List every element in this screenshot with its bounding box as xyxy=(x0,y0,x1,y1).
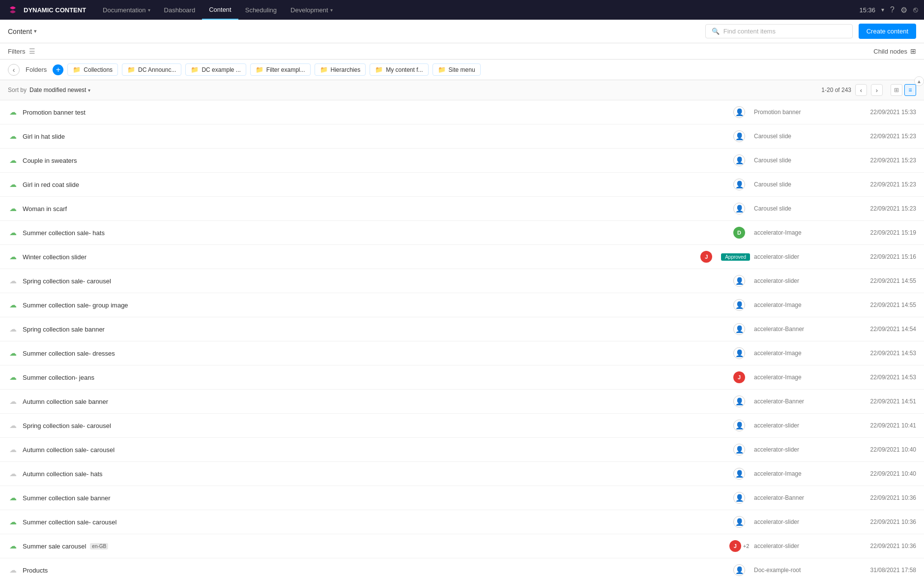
nav-development-chevron: ▾ xyxy=(330,7,333,13)
folders-prev-button[interactable]: ‹ xyxy=(8,64,20,76)
create-content-button[interactable]: Create content xyxy=(859,24,916,39)
table-row[interactable]: ☁Summer collection- jeansJaccelerator-Im… xyxy=(0,365,924,390)
search-placeholder: Find content items xyxy=(723,28,776,35)
row-title: Spring collection sale banner xyxy=(23,326,724,333)
chevron-down-icon[interactable]: ▾ xyxy=(881,6,884,13)
logout-icon[interactable]: ⎋ xyxy=(913,5,918,14)
row-title-text: Promotion banner test xyxy=(23,109,86,116)
child-nodes-button[interactable]: Child nodes ⊞ xyxy=(873,47,916,55)
row-status-icon: ☁ xyxy=(8,445,18,455)
row-title-text: Summer collection sale- group image xyxy=(23,302,128,309)
table-row[interactable]: ☁Autumn collection sale- hats👤accelerato… xyxy=(0,462,924,486)
collapse-button[interactable]: ▲ xyxy=(914,76,924,86)
table-row[interactable]: ☁Woman in scarf👤Carousel slide22/09/2021… xyxy=(0,197,924,221)
table-row[interactable]: ☁Summer collection sale- dresses👤acceler… xyxy=(0,341,924,365)
table-row[interactable]: ☁Couple in sweaters👤Carousel slide22/09/… xyxy=(0,149,924,173)
row-status-icon: ☁ xyxy=(8,565,18,575)
folder-chip-hierarchies[interactable]: 📁 Hierarchies xyxy=(315,63,366,76)
nav-development[interactable]: Development ▾ xyxy=(284,0,340,20)
pagination-next-button[interactable]: › xyxy=(871,84,883,96)
table-row[interactable]: ☁Summer collection sale- group image👤acc… xyxy=(0,293,924,317)
folder-chip-my-content[interactable]: 📁 My content f... xyxy=(370,63,428,76)
avatar-icon: 👤 xyxy=(733,564,745,576)
folder-dc-example-label: DC example ... xyxy=(202,66,240,73)
svg-point-0 xyxy=(6,3,20,17)
row-title-text: Summer collection sale- dresses xyxy=(23,350,115,357)
row-title-text: Summer collection sale- carousel xyxy=(23,518,116,526)
table-row[interactable]: ☁Girl in red coat slide👤Carousel slide22… xyxy=(0,173,924,197)
row-title: Spring collection sale- carousel xyxy=(23,422,724,429)
row-content-type: accelerator-slider xyxy=(754,422,842,429)
avatar: J xyxy=(729,540,741,552)
row-avatar-area: 👤 xyxy=(732,491,746,505)
table-row[interactable]: ☁Summer collection sale- carousel👤accele… xyxy=(0,510,924,534)
pagination-prev-button[interactable]: ‹ xyxy=(855,84,867,96)
row-title-text: Couple in sweaters xyxy=(23,157,77,164)
settings-icon[interactable]: ⚙ xyxy=(900,5,907,15)
folder-chip-site-menu[interactable]: 📁 Site menu xyxy=(433,63,481,76)
row-title-text: Autumn collection sale- carousel xyxy=(23,446,115,454)
table-row[interactable]: ☁Spring collection sale- carousel👤accele… xyxy=(0,414,924,438)
nav-dashboard-label: Dashboard xyxy=(164,6,196,14)
row-status-icon: ☁ xyxy=(8,469,18,479)
nav-content[interactable]: Content xyxy=(202,0,238,20)
avatar: J xyxy=(700,251,712,263)
folder-hierarchies-label: Hierarchies xyxy=(331,66,361,73)
search-box[interactable]: 🔍 Find content items xyxy=(705,24,853,38)
content-breadcrumb-chevron: ▾ xyxy=(34,28,37,34)
avatar-icon: 👤 xyxy=(733,275,745,287)
nav-content-label: Content xyxy=(209,6,231,13)
table-row[interactable]: ☁Spring collection sale- carousel👤accele… xyxy=(0,269,924,293)
nav-scheduling-label: Scheduling xyxy=(245,6,277,14)
row-avatar-area: 👤 xyxy=(732,443,746,456)
folder-chip-dc-announce[interactable]: 📁 DC Announc... xyxy=(122,63,181,76)
avatar-icon: 👤 xyxy=(733,179,745,190)
row-title: Autumn collection sale banner xyxy=(23,398,724,405)
folder-collections-label: Collections xyxy=(84,66,113,73)
nav-documentation[interactable]: Documentation ▾ xyxy=(96,0,157,20)
row-date: 22/09/2021 10:36 xyxy=(842,494,916,501)
nav-scheduling[interactable]: Scheduling xyxy=(238,0,284,20)
table-row[interactable]: ☁Summer sale carouselen-GBJ+2accelerator… xyxy=(0,534,924,558)
table-row[interactable]: ☁Summer collection sale- hatsDaccelerato… xyxy=(0,221,924,245)
content-breadcrumb[interactable]: Content ▾ xyxy=(8,28,37,35)
top-navigation: DYNAMIC CONTENT Documentation ▾ Dashboar… xyxy=(0,0,924,20)
row-status-icon: ☁ xyxy=(8,131,18,141)
table-row[interactable]: ☁Autumn collection sale banner👤accelerat… xyxy=(0,390,924,414)
row-content-type: accelerator-Banner xyxy=(754,326,842,333)
filter-icon[interactable]: ☰ xyxy=(29,47,35,55)
grid-view-button[interactable]: ⊞ xyxy=(891,84,902,96)
row-title-text: Autumn collection sale banner xyxy=(23,398,108,405)
table-row[interactable]: ☁Products👤Doc-example-root31/08/2021 17:… xyxy=(0,558,924,578)
nav-dashboard[interactable]: Dashboard xyxy=(157,0,202,20)
row-status-icon: ☁ xyxy=(8,276,18,286)
folder-chip-collections[interactable]: 📁 Collections xyxy=(67,63,118,76)
view-buttons: ⊞ ≡ xyxy=(891,84,916,96)
row-title-text: Girl in hat slide xyxy=(23,133,65,140)
row-content-type: accelerator-slider xyxy=(754,543,842,549)
row-status-icon: ☁ xyxy=(8,180,18,189)
table-row[interactable]: ☁Summer collection sale banner👤accelerat… xyxy=(0,486,924,510)
folder-chip-filter[interactable]: 📁 Filter exampl... xyxy=(250,63,311,76)
no-cloud-icon: ☁ xyxy=(9,276,17,285)
help-icon[interactable]: ? xyxy=(890,5,895,14)
row-title: Products xyxy=(23,567,724,574)
no-cloud-icon: ☁ xyxy=(9,325,17,334)
add-folder-button[interactable]: + xyxy=(53,64,63,75)
row-avatar-area: J xyxy=(732,370,746,384)
table-row[interactable]: ☁Promotion banner test👤Promotion banner2… xyxy=(0,100,924,124)
locale-badge: en-GB xyxy=(90,543,108,549)
cloud-icon: ☁ xyxy=(9,132,17,141)
table-row[interactable]: ☁Spring collection sale banner👤accelerat… xyxy=(0,317,924,341)
row-avatar-area: 👤 xyxy=(732,298,746,312)
avatar: D xyxy=(733,227,745,239)
table-row[interactable]: ☁Girl in hat slide👤Carousel slide22/09/2… xyxy=(0,124,924,149)
list-view-button[interactable]: ≡ xyxy=(904,84,916,96)
sort-value-selector[interactable]: Date modified newest ▾ xyxy=(29,87,90,93)
row-content-type: accelerator-Image xyxy=(754,229,842,236)
table-row[interactable]: ☁Autumn collection sale- carousel👤accele… xyxy=(0,438,924,462)
table-row[interactable]: ☁Winter collection sliderJApprovedaccele… xyxy=(0,245,924,269)
row-avatar-area: 👤 xyxy=(732,105,746,119)
folder-chip-dc-example[interactable]: 📁 DC example ... xyxy=(185,63,246,76)
brand[interactable]: DYNAMIC CONTENT xyxy=(6,3,86,17)
